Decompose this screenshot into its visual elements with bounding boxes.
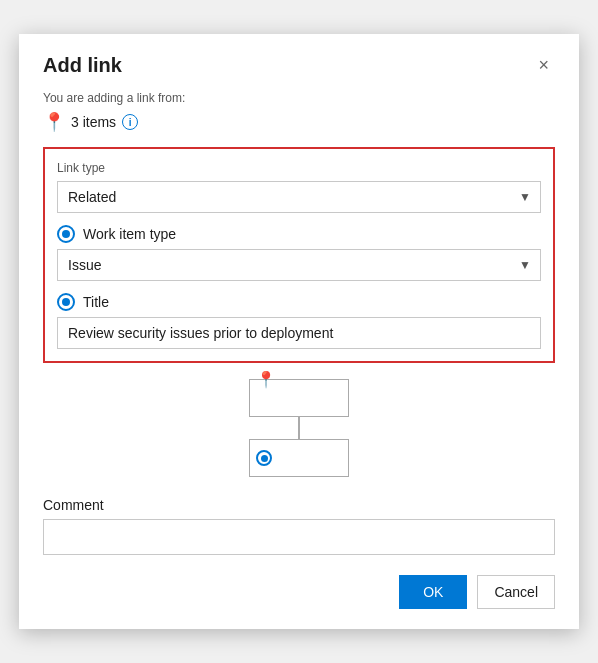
add-link-dialog: Add link × You are adding a link from: 📍… <box>19 34 579 629</box>
title-radio-icon[interactable] <box>57 293 75 311</box>
title-label: Title <box>83 294 109 310</box>
link-type-select[interactable]: Related <box>57 181 541 213</box>
diagram-box-bottom <box>249 439 349 477</box>
pin-icon: 📍 <box>43 111 65 133</box>
title-radio-row: Title <box>57 293 541 311</box>
subtitle: You are adding a link from: <box>43 91 555 105</box>
diagram-area: 📍 <box>43 379 555 477</box>
cancel-button[interactable]: Cancel <box>477 575 555 609</box>
diagram-radio-icon <box>256 450 272 466</box>
work-item-type-radio-row: Work item type <box>57 225 541 243</box>
info-icon[interactable]: i <box>122 114 138 130</box>
dialog-header: Add link × <box>43 54 555 77</box>
diagram-box-top: 📍 <box>249 379 349 417</box>
link-type-label: Link type <box>57 161 541 175</box>
title-input[interactable] <box>57 317 541 349</box>
title-radio-inner <box>62 298 70 306</box>
comment-label: Comment <box>43 497 555 513</box>
connector-line <box>298 417 300 437</box>
work-item-type-select-wrapper: Issue ▼ <box>57 249 541 281</box>
work-item-type-radio-icon[interactable] <box>57 225 75 243</box>
link-type-section: Link type Related ▼ Work item type Issue… <box>43 147 555 363</box>
close-button[interactable]: × <box>532 54 555 76</box>
work-item-type-select[interactable]: Issue <box>57 249 541 281</box>
link-type-select-wrapper: Related ▼ <box>57 181 541 213</box>
comment-input[interactable] <box>43 519 555 555</box>
dialog-footer: OK Cancel <box>43 575 555 609</box>
diagram-pin-icon: 📍 <box>256 370 276 389</box>
work-item-type-label: Work item type <box>83 226 176 242</box>
source-items-label: 3 items <box>71 114 116 130</box>
ok-button[interactable]: OK <box>399 575 467 609</box>
source-row: 📍 3 items i <box>43 111 555 133</box>
diagram-radio-inner <box>261 455 268 462</box>
work-item-type-radio-inner <box>62 230 70 238</box>
dialog-title: Add link <box>43 54 122 77</box>
